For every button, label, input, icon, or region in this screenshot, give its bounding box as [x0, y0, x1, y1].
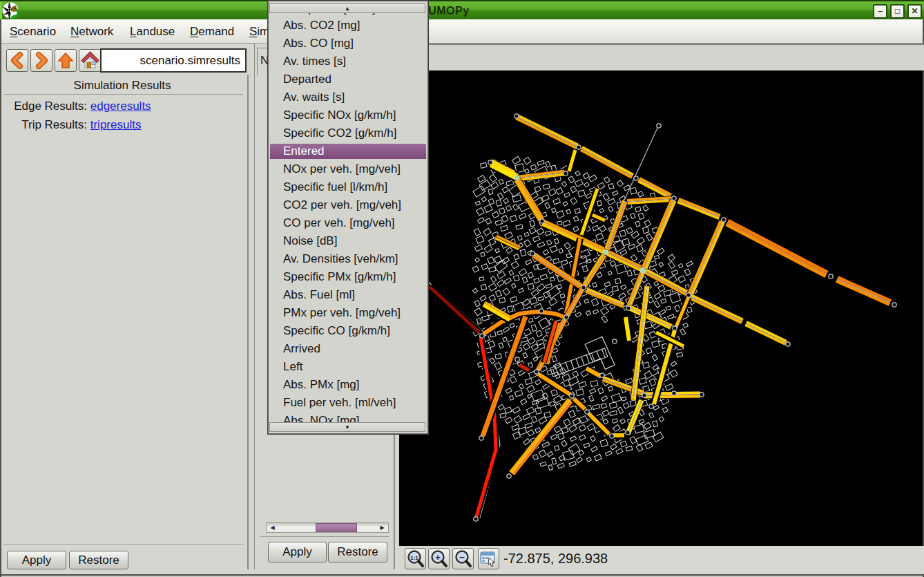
svg-text:+: +	[435, 552, 441, 562]
svg-text:1:1: 1:1	[410, 555, 418, 561]
svg-text:−: −	[459, 552, 465, 562]
